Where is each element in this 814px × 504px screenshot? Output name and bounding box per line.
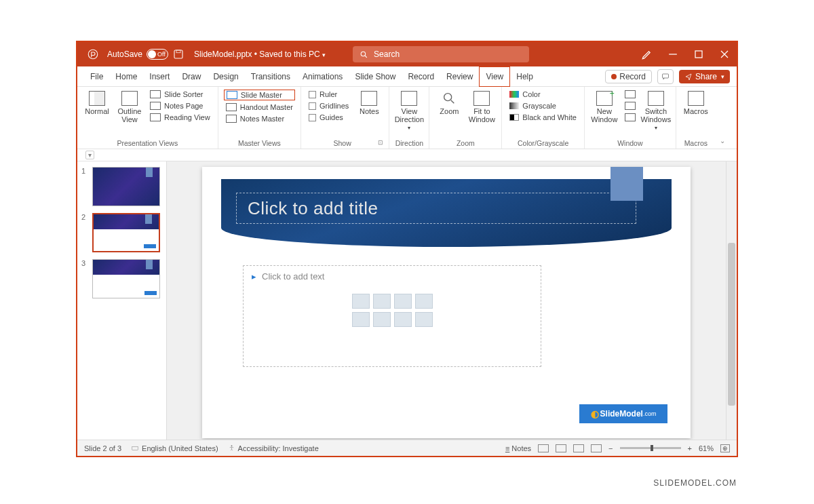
thumbnail-1[interactable]	[92, 167, 160, 206]
collapse-ribbon-button[interactable]: ⌄	[716, 87, 729, 149]
powerpoint-icon	[87, 48, 99, 60]
tab-view[interactable]: View	[479, 66, 510, 87]
content-icons[interactable]	[345, 294, 440, 327]
fit-button[interactable]: ⊕	[720, 444, 730, 452]
tab-transitions[interactable]: Transitions	[245, 66, 296, 87]
slide: Click to add title ▸Click to add text	[202, 167, 691, 438]
online-picture-icon[interactable]	[373, 312, 391, 327]
slide-accent-tab	[610, 167, 643, 201]
tab-help[interactable]: Help	[510, 66, 539, 87]
svg-line-11	[451, 100, 454, 104]
record-button[interactable]: Record	[605, 70, 652, 83]
svg-point-13	[231, 445, 232, 446]
filename[interactable]: SlideModel.pptx • Saved to this PC ▾	[194, 50, 326, 59]
tab-slideshow[interactable]: Slide Show	[349, 66, 402, 87]
svg-rect-9	[662, 74, 668, 78]
group-master-views: Slide Master Handout Master Notes Master…	[218, 87, 301, 149]
maximize-icon[interactable]	[692, 47, 705, 61]
handout-master-button[interactable]: Handout Master	[224, 102, 295, 112]
fit-window-button[interactable]: Fit to Window	[467, 90, 496, 123]
search-input[interactable]: Search	[353, 46, 529, 62]
normal-view-button[interactable]	[538, 444, 549, 452]
tab-draw[interactable]: Draw	[176, 66, 207, 87]
tab-file[interactable]: File	[84, 66, 109, 87]
table-icon[interactable]	[352, 294, 370, 309]
tab-review[interactable]: Review	[440, 66, 479, 87]
3d-icon[interactable]	[415, 294, 433, 309]
arrange-all-button[interactable]	[623, 90, 638, 99]
slide-canvas[interactable]: Click to add title ▸Click to add text	[167, 161, 726, 440]
body-placeholder[interactable]: ▸Click to add text	[243, 265, 541, 367]
group-show: Ruler Gridlines Guides Notes Show ⊡	[301, 87, 389, 149]
svg-rect-1	[174, 50, 182, 58]
chart-icon[interactable]	[373, 294, 391, 309]
share-icon	[684, 73, 693, 81]
vertical-scrollbar[interactable]	[726, 161, 737, 440]
attribution: SLIDEMODEL.COM	[653, 478, 737, 488]
cascade-button[interactable]	[623, 101, 638, 111]
slide-master-button[interactable]: Slide Master	[224, 90, 295, 100]
group-window: +New Window Switch Windows▾ Window	[585, 87, 676, 149]
color-button[interactable]: Color	[507, 90, 578, 99]
tab-animations[interactable]: Animations	[296, 66, 349, 87]
svg-line-4	[365, 56, 367, 58]
tab-home[interactable]: Home	[109, 66, 143, 87]
guides-checkbox[interactable]: Guides	[307, 113, 351, 122]
group-direction: View Direction▾ Direction	[389, 87, 429, 149]
video-icon[interactable]	[394, 312, 412, 327]
ruler-checkbox[interactable]: Ruler	[307, 90, 351, 99]
new-window-button[interactable]: +New Window	[590, 90, 619, 123]
language-button[interactable]: English (United States)	[131, 444, 218, 452]
group-color: Color Grayscale Black and White Color/Gr…	[502, 87, 584, 149]
accessibility-button[interactable]: Accessibility: Investigate	[228, 444, 319, 452]
zoom-out-button[interactable]: −	[608, 444, 613, 452]
svg-rect-6	[695, 51, 702, 58]
slide-sorter-button[interactable]: Slide Sorter	[148, 90, 212, 99]
thumbnail-3[interactable]	[92, 259, 160, 298]
close-icon[interactable]	[718, 47, 731, 61]
pen-icon[interactable]	[640, 47, 654, 61]
tab-insert[interactable]: Insert	[143, 66, 176, 87]
tab-record[interactable]: Record	[402, 66, 440, 87]
search-icon	[360, 50, 368, 59]
macros-button[interactable]: Macros	[682, 90, 710, 115]
bw-button[interactable]: Black and White	[507, 113, 578, 122]
sorter-view-button[interactable]	[556, 444, 566, 452]
switch-windows-button[interactable]: Switch Windows▾	[642, 90, 670, 131]
slide-counter[interactable]: Slide 2 of 3	[84, 444, 121, 452]
group-presentation-views: Normal Outline View Slide Sorter Notes P…	[77, 87, 218, 149]
zoom-in-button[interactable]: +	[688, 444, 692, 452]
move-split-button[interactable]	[623, 113, 638, 122]
zoom-button[interactable]: Zoom	[435, 90, 463, 115]
tab-design[interactable]: Design	[207, 66, 244, 87]
share-button[interactable]: Share▾	[679, 70, 730, 83]
autosave-toggle[interactable]: AutoSave Off	[107, 49, 168, 60]
notes-page-button[interactable]: Notes Page	[148, 101, 212, 111]
zoom-slider[interactable]	[620, 447, 681, 449]
qat-customize-button[interactable]: ▾	[85, 151, 94, 159]
outline-view-button[interactable]: Outline View	[115, 90, 144, 123]
normal-button[interactable]: Normal	[83, 90, 111, 115]
reading-view-button[interactable]	[573, 444, 584, 452]
gridlines-checkbox[interactable]: Gridlines	[307, 101, 351, 111]
zoom-level[interactable]: 61%	[699, 444, 714, 452]
notes-toggle[interactable]: ≡Notes	[505, 444, 531, 452]
workarea: 1 2 3 Click to add title ▸Click to add t…	[77, 161, 737, 440]
grayscale-button[interactable]: Grayscale	[507, 101, 578, 111]
reading-view-button[interactable]: Reading View	[148, 113, 212, 122]
slideshow-view-button[interactable]	[591, 444, 602, 452]
comments-button[interactable]	[657, 69, 674, 84]
notes-button[interactable]: Notes	[355, 90, 383, 115]
notes-master-button[interactable]: Notes Master	[224, 114, 295, 123]
smartart-icon[interactable]	[394, 294, 412, 309]
title-placeholder[interactable]: Click to add title	[236, 193, 636, 224]
slidemodel-logo: ◐SlideModel.com	[579, 404, 667, 423]
thumbnail-2[interactable]	[92, 213, 160, 252]
view-direction-button[interactable]: View Direction▾	[395, 90, 423, 131]
icons-icon[interactable]	[415, 312, 433, 327]
save-icon[interactable]	[172, 48, 185, 60]
group-zoom: Zoom Fit to Window Zoom	[429, 87, 502, 149]
autosave-label: AutoSave	[107, 50, 142, 59]
picture-icon[interactable]	[352, 312, 370, 327]
minimize-icon[interactable]	[666, 47, 680, 61]
